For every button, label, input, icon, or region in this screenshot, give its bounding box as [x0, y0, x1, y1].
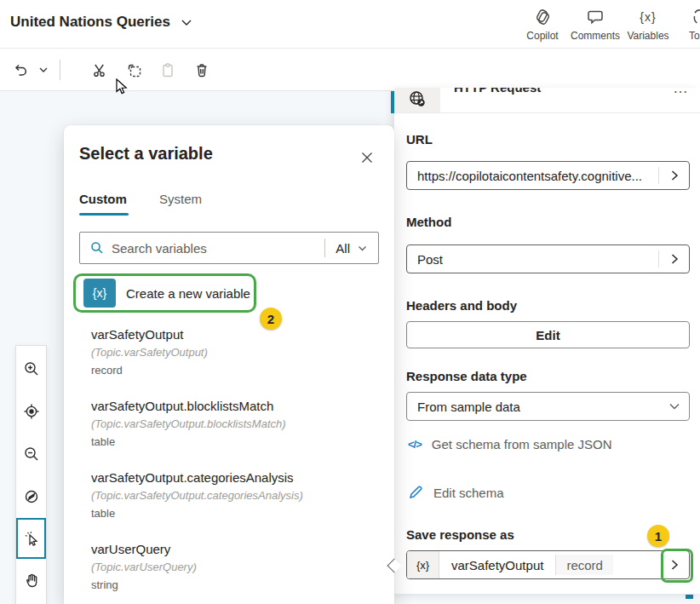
app-header: United Nations Queries Copilot — [0, 0, 700, 49]
comments-icon — [586, 7, 605, 27]
hand-icon — [23, 572, 40, 589]
chevron-down-icon — [357, 243, 368, 254]
copilot-button[interactable]: Copilot — [516, 7, 569, 42]
save-response-label: Save response as — [406, 527, 514, 542]
variable-list: varSafetyOutput (Topic.varSafetyOutput) … — [91, 325, 303, 594]
center-canvas-button[interactable] — [16, 390, 46, 433]
search-icon — [90, 241, 104, 255]
url-label: URL — [406, 132, 433, 147]
zoom-out-button[interactable] — [16, 433, 46, 475]
tab-custom[interactable]: Custom — [79, 192, 127, 206]
variable-list-item[interactable]: varSafetyOutput (Topic.varSafetyOutput) … — [91, 325, 303, 379]
topic-checker-icon — [691, 7, 700, 27]
variables-icon: {x} — [640, 7, 656, 27]
canvas-tools — [15, 345, 47, 604]
topic-title-menu[interactable]: United Nations Queries — [10, 14, 192, 31]
variable-list-item[interactable]: varUserQuery (Topic.varUserQuery) string — [91, 540, 303, 594]
topic-checker-button[interactable]: Topic — [674, 7, 700, 42]
target-icon — [23, 403, 40, 420]
compass-icon — [23, 488, 40, 505]
zoom-in-icon — [23, 360, 40, 377]
undo-button[interactable] — [7, 56, 34, 83]
get-schema-link[interactable]: </> Get schema from sample JSON — [408, 437, 612, 452]
variable-list-item[interactable]: varSafetyOutput.categoriesAnalysis (Topi… — [91, 469, 303, 522]
cut-button[interactable] — [86, 56, 113, 83]
node-more-menu[interactable]: … — [673, 88, 690, 97]
page-title: United Nations Queries — [10, 14, 170, 31]
chevron-down-icon — [659, 393, 689, 420]
variables-button[interactable]: {x} Variables — [622, 7, 674, 42]
dialog-title: Select a variable — [79, 144, 213, 164]
compass-button[interactable] — [16, 475, 46, 518]
save-response-input[interactable]: {x} varSafetyOutput record — [406, 550, 690, 579]
response-type-label: Response data type — [406, 369, 527, 383]
undo-menu-button[interactable] — [34, 56, 53, 83]
http-request-panel: HTTP Request … URL https://copilotaicont… — [394, 88, 700, 594]
method-label: Method — [406, 215, 451, 229]
step1-badge: 1 — [647, 525, 669, 547]
step1-highlight — [661, 549, 693, 583]
headers-body-label: Headers and body — [406, 298, 517, 313]
select-tool-button[interactable] — [16, 518, 46, 559]
url-input[interactable]: https://copilotaicontentsafety.cognitive… — [406, 161, 690, 190]
globe-http-icon — [408, 89, 427, 113]
search-input[interactable] — [112, 241, 324, 256]
toolbar-divider — [60, 60, 60, 80]
response-type-select[interactable]: From sample data — [406, 392, 690, 421]
copy-icon — [125, 61, 142, 78]
zoom-out-icon — [23, 446, 40, 463]
pan-tool-button[interactable] — [16, 559, 46, 601]
pointer-sparkle-icon — [23, 530, 40, 547]
zoom-in-button[interactable] — [16, 348, 46, 390]
comments-button[interactable]: Comments — [569, 7, 622, 42]
close-button[interactable] — [357, 147, 377, 168]
copilot-icon — [532, 7, 553, 27]
url-expand-button[interactable] — [659, 162, 689, 189]
edit-schema-link[interactable]: Edit schema — [408, 485, 504, 500]
node-icon-box — [394, 88, 440, 113]
edit-toolbar — [0, 49, 700, 91]
variable-icon: {x} — [83, 279, 116, 308]
chevron-down-icon — [181, 16, 192, 28]
step2-badge: 2 — [260, 308, 282, 330]
variable-chip-icon: {x} — [407, 551, 439, 578]
edit-headers-button[interactable]: Edit — [406, 321, 690, 348]
copy-button[interactable] — [120, 56, 147, 83]
paste-button[interactable] — [154, 56, 181, 83]
node-connector-fragment — [686, 595, 693, 599]
code-icon: </> — [408, 438, 422, 451]
variable-list-item[interactable]: varSafetyOutput.blocklistsMatch (Topic.v… — [91, 397, 303, 451]
cut-icon — [91, 61, 108, 78]
trash-icon — [193, 61, 210, 78]
active-tab-underline — [79, 213, 129, 216]
node-header: HTTP Request … — [394, 88, 700, 113]
undo-icon — [12, 61, 29, 78]
method-expand-button[interactable] — [659, 245, 689, 273]
tab-system[interactable]: System — [159, 192, 202, 206]
create-new-variable-button[interactable]: {x} Create a new variable — [73, 273, 256, 313]
chevron-down-icon — [38, 65, 49, 75]
filter-all-dropdown[interactable]: All — [324, 239, 368, 257]
pencil-icon — [408, 485, 423, 500]
select-variable-dialog: Select a variable Custom System All {x} … — [64, 125, 394, 604]
paste-icon — [159, 61, 176, 78]
delete-button[interactable] — [188, 56, 215, 83]
node-title: HTTP Request — [454, 88, 541, 95]
method-input[interactable]: Post — [406, 244, 690, 273]
variable-search-box: All — [79, 232, 379, 264]
copilot-studio-screen: United Nations Queries Copilot — [0, 0, 700, 604]
selected-node-accent — [391, 91, 394, 113]
header-actions: Copilot Comments {x} Variables — [516, 7, 700, 42]
